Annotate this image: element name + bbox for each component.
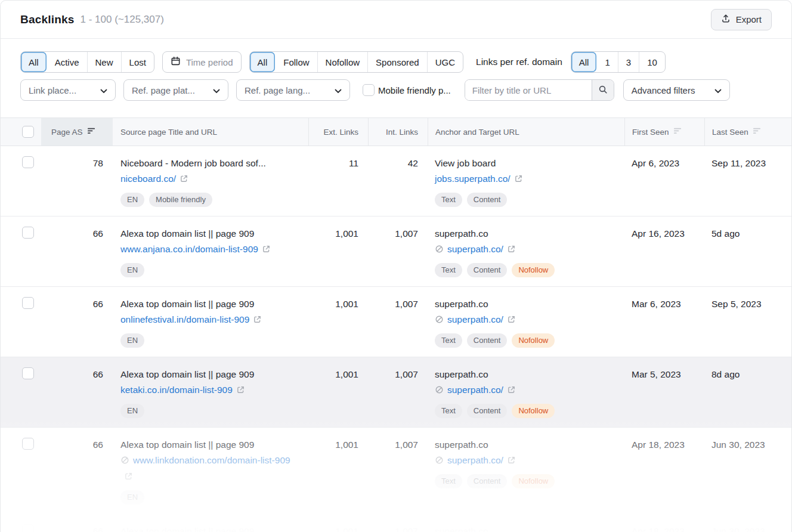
select-all-checkbox[interactable]	[22, 126, 34, 138]
chevron-down-icon	[213, 85, 220, 95]
ext-links-cell: 1,001	[308, 216, 368, 286]
column-header-int-links: Int. Links	[368, 118, 428, 146]
ref-page-language-dropdown[interactable]: Ref. page lang...	[236, 79, 350, 101]
target-url-line: superpath.co/	[435, 453, 614, 469]
advanced-filters-label: Advanced filters	[632, 85, 695, 95]
first-seen-cell: Apr 16, 2023	[624, 216, 704, 286]
follow-filter-follow[interactable]: Follow	[275, 52, 317, 72]
time-period-button[interactable]: Time period	[162, 51, 242, 73]
status-filter-active[interactable]: Active	[47, 52, 87, 72]
links-per-domain-filter-10[interactable]: 10	[639, 52, 665, 72]
follow-filter-all[interactable]: All	[250, 52, 276, 72]
external-link-icon[interactable]	[253, 313, 262, 328]
source-badges: EN	[120, 333, 298, 348]
external-link-icon[interactable]	[507, 383, 516, 398]
link-placement-dropdown[interactable]: Link place...	[20, 79, 116, 101]
calendar-icon	[171, 56, 181, 68]
last-seen-cell: Jun 30, 2023	[704, 428, 792, 514]
external-link-icon[interactable]	[507, 243, 516, 258]
follow-filter-nofollow[interactable]: Nofollow	[317, 52, 368, 72]
external-link-icon[interactable]	[262, 243, 271, 258]
column-header-last-seen[interactable]: Last Seen	[704, 118, 792, 146]
target-url-link[interactable]: superpath.co/	[447, 244, 516, 254]
badge-text: Text	[435, 474, 462, 488]
row-checkbox[interactable]	[22, 524, 34, 532]
anchor-text: superpath.co	[435, 227, 614, 241]
target-url-link[interactable]: jobs.superpath.co/	[435, 174, 523, 184]
search-input[interactable]	[465, 80, 592, 100]
source-url-link[interactable]: www.anjana.co.in/domain-list-909	[120, 244, 271, 254]
source-url-line: niceboard.co/	[120, 171, 298, 187]
row-checkbox[interactable]	[22, 227, 34, 239]
source-title: Alexa top domain list || page 909	[120, 438, 298, 452]
export-button[interactable]: Export	[711, 9, 772, 30]
external-link-icon[interactable]	[507, 454, 516, 469]
nofollow-icon	[435, 383, 444, 398]
source-cell: Alexa top domain list || page 909 online…	[113, 287, 308, 357]
status-filter-all[interactable]: All	[21, 52, 47, 72]
search-button[interactable]	[592, 80, 614, 100]
badge-en: EN	[120, 193, 144, 207]
link-badges: TextContentNofollow	[435, 404, 614, 418]
status-filter-new[interactable]: New	[87, 52, 121, 72]
source-url-link[interactable]: ketaki.co.in/domain-list-909	[120, 385, 245, 395]
target-url-link[interactable]: superpath.co/	[447, 385, 516, 395]
status-filter-lost[interactable]: Lost	[121, 52, 154, 72]
status-filter: AllActiveNewLost	[20, 51, 154, 73]
table-row: 78 Niceboard - Modern job board sof... n…	[1, 146, 791, 216]
row-checkbox[interactable]	[22, 367, 34, 379]
external-link-icon[interactable]	[236, 383, 245, 398]
source-url-link[interactable]: onlinefestival.in/domain-list-909	[120, 314, 262, 324]
target-url-line: superpath.co/	[435, 382, 614, 398]
source-url-link[interactable]: www.linkdonation.com/domain-list-909	[120, 455, 290, 481]
chevron-down-icon	[335, 85, 342, 95]
source-url-line: ketaki.co.in/domain-list-909	[120, 382, 298, 398]
external-link-icon[interactable]	[124, 470, 133, 485]
row-checkbox[interactable]	[22, 297, 34, 309]
external-link-icon[interactable]	[507, 313, 516, 328]
row-checkbox[interactable]	[22, 156, 34, 168]
badge-nofollow: Nofollow	[512, 474, 555, 488]
anchor-text: View job board	[435, 156, 614, 171]
row-checkbox-cell	[1, 216, 41, 286]
column-header-page-as[interactable]: Page AS	[41, 118, 113, 146]
sort-icon	[673, 127, 682, 137]
page-as-cell: 66	[41, 514, 113, 532]
source-url-link[interactable]: niceboard.co/	[120, 174, 188, 184]
advanced-filters-dropdown[interactable]: Advanced filters	[623, 79, 730, 101]
source-url-line: www.anjana.co.in/domain-list-909	[120, 242, 298, 258]
ext-links-cell: 11	[308, 146, 368, 216]
links-per-domain-filter-3[interactable]: 3	[618, 52, 639, 72]
badge-content: Content	[467, 404, 508, 418]
last-seen-cell: Sep 11, 2023	[704, 146, 792, 216]
link-badges: TextContent	[435, 193, 614, 207]
filter-row-1: AllActiveNewLost Time period AllFollowNo…	[20, 51, 772, 73]
int-links-cell: 1,007	[368, 287, 428, 357]
external-link-icon[interactable]	[180, 172, 188, 187]
follow-filter-ugc[interactable]: UGC	[427, 52, 463, 72]
links-per-domain-filter-1[interactable]: 1	[596, 52, 617, 72]
badge-nofollow: Nofollow	[512, 333, 555, 348]
badge-en: EN	[120, 263, 144, 277]
export-icon	[721, 14, 731, 25]
ref-page-platform-dropdown[interactable]: Ref. page plat...	[123, 79, 228, 101]
row-checkbox[interactable]	[22, 438, 34, 450]
link-badges: TextContentNofollow	[435, 263, 614, 277]
column-header-first-seen[interactable]: First Seen	[624, 118, 704, 146]
target-url-link[interactable]: superpath.co/	[447, 314, 516, 324]
external-link-icon[interactable]	[514, 172, 523, 187]
table-row: 66 Alexa top domain list || page 909 www…	[1, 428, 791, 514]
title-url-search	[465, 79, 614, 101]
badge-content: Content	[467, 263, 508, 277]
target-url-link[interactable]: superpath.co/	[447, 455, 516, 465]
link-badges: TextContentNofollow	[435, 474, 614, 488]
badge-mobile-friendly: Mobile friendly	[149, 193, 212, 207]
mobile-friendly-checkbox[interactable]	[363, 84, 375, 96]
links-per-domain-label: Links per ref. domain	[476, 57, 562, 67]
target-url-line: superpath.co/	[435, 242, 614, 258]
follow-filter-sponsored[interactable]: Sponsored	[367, 52, 427, 72]
anchor-cell: superpath.co superpath.co/ TextContentNo…	[428, 287, 624, 357]
page-as-cell: 66	[41, 428, 113, 514]
anchor-text: superpath.co	[435, 438, 614, 452]
links-per-domain-filter-all[interactable]: All	[571, 52, 597, 72]
